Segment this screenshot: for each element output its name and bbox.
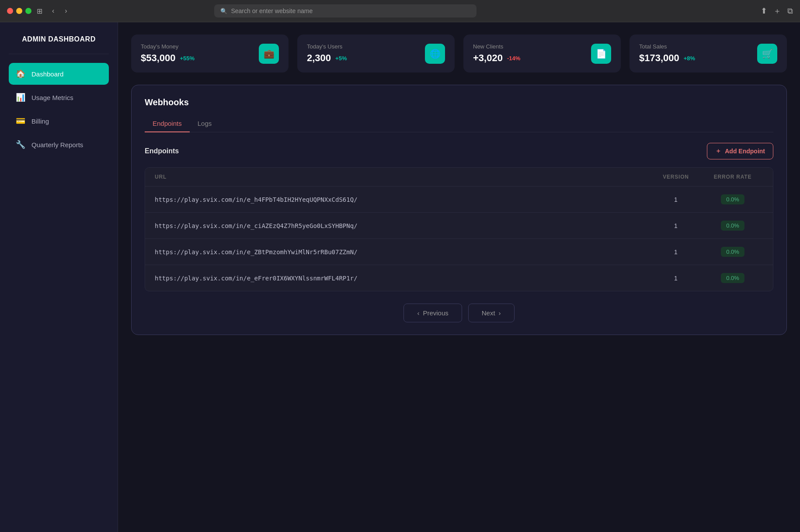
new-tab-icon[interactable]: ＋ xyxy=(773,6,781,16)
add-endpoint-label: Add Endpoint xyxy=(725,148,765,155)
main-content: Today's Money $53,000 +55% 💼 Today's Use… xyxy=(118,22,800,532)
sidebar-title: ADMIN DASHBOARD xyxy=(9,35,109,43)
endpoint-url-3: https://play.svix.com/in/e_eFrer0IX6WXYN… xyxy=(155,275,650,282)
traffic-lights xyxy=(7,8,31,14)
sidebar-item-label-quarterly-reports: Quarterly Reports xyxy=(31,141,83,149)
dashboard-icon: 🏠 xyxy=(16,69,25,79)
stat-card-1: Today's Users 2,300 +5% 🌐 xyxy=(297,35,455,73)
sidebar-toggle-icon[interactable]: ⊞ xyxy=(37,7,42,15)
webhooks-title: Webhooks xyxy=(145,97,773,107)
usage-metrics-icon: 📊 xyxy=(16,93,25,102)
stat-label-1: Today's Users xyxy=(307,43,347,50)
stat-value-0: $53,000 xyxy=(141,52,176,64)
col-url: URL xyxy=(155,174,650,180)
stat-value-row-2: +3,020 -14% xyxy=(473,52,520,64)
windows-icon[interactable]: ⧉ xyxy=(787,7,793,16)
sidebar: ADMIN DASHBOARD 🏠 Dashboard 📊 Usage Metr… xyxy=(0,22,118,532)
address-bar[interactable]: 🔍 Search or enter website name xyxy=(214,4,477,17)
stat-info-3: Total Sales $173,000 +8% xyxy=(639,43,695,64)
col-error-rate: ERROR RATE xyxy=(702,174,763,180)
table-body: https://play.svix.com/in/e_h4FPbT4bIH2HY… xyxy=(145,187,773,291)
webhooks-panel: Webhooks EndpointsLogs Endpoints ＋ Add E… xyxy=(131,85,787,335)
next-label: Next xyxy=(482,309,495,317)
share-icon[interactable]: ⬆ xyxy=(761,6,767,16)
quarterly-reports-icon: 🔧 xyxy=(16,140,25,149)
table-header: URL VERSION ERROR RATE xyxy=(145,168,773,187)
stat-change-2: -14% xyxy=(507,55,520,62)
stat-change-1: +5% xyxy=(335,55,347,62)
sidebar-item-billing[interactable]: 💳 Billing xyxy=(9,110,109,132)
sidebar-item-label-billing: Billing xyxy=(31,117,49,125)
stat-card-0: Today's Money $53,000 +55% 💼 xyxy=(131,35,289,73)
plus-icon: ＋ xyxy=(715,147,721,155)
stat-label-0: Today's Money xyxy=(141,43,195,50)
sidebar-item-dashboard[interactable]: 🏠 Dashboard xyxy=(9,63,109,85)
col-version: VERSION xyxy=(650,174,702,180)
browser-actions: ⬆ ＋ ⧉ xyxy=(761,6,793,16)
table-row[interactable]: https://play.svix.com/in/e_ciAZEzQ4Z7hR5… xyxy=(145,213,773,239)
table-row[interactable]: https://play.svix.com/in/e_h4FPbT4bIH2HY… xyxy=(145,187,773,213)
endpoints-table: URL VERSION ERROR RATE https://play.svix… xyxy=(145,167,773,291)
endpoint-url-2: https://play.svix.com/in/e_ZBtPmzomhYwiM… xyxy=(155,249,650,256)
stat-change-0: +55% xyxy=(180,55,195,62)
tab-logs[interactable]: Logs xyxy=(190,115,220,132)
back-button[interactable]: ‹ xyxy=(49,6,57,16)
error-rate-badge-2: 0.0% xyxy=(721,247,744,257)
endpoint-version-3: 1 xyxy=(650,275,702,282)
stat-value-row-3: $173,000 +8% xyxy=(639,52,695,64)
table-row[interactable]: https://play.svix.com/in/e_ZBtPmzomhYwiM… xyxy=(145,239,773,265)
sidebar-item-quarterly-reports[interactable]: 🔧 Quarterly Reports xyxy=(9,134,109,155)
maximize-button[interactable] xyxy=(25,8,31,14)
close-button[interactable] xyxy=(7,8,13,14)
billing-icon: 💳 xyxy=(16,116,25,126)
stat-value-row-0: $53,000 +55% xyxy=(141,52,195,64)
search-icon: 🔍 xyxy=(220,8,227,14)
stat-info-1: Today's Users 2,300 +5% xyxy=(307,43,347,64)
pagination-row: ‹ Previous Next › xyxy=(145,304,773,322)
search-placeholder: Search or enter website name xyxy=(231,7,313,14)
sidebar-item-usage-metrics[interactable]: 📊 Usage Metrics xyxy=(9,86,109,108)
error-rate-badge-1: 0.0% xyxy=(721,221,744,231)
sidebar-divider xyxy=(9,54,109,54)
browser-chrome: ⊞ ‹ › 🔍 Search or enter website name ⬆ ＋… xyxy=(0,0,800,22)
sidebar-nav: 🏠 Dashboard 📊 Usage Metrics 💳 Billing 🔧 … xyxy=(9,63,109,155)
stat-icon-1: 🌐 xyxy=(425,44,445,64)
previous-button[interactable]: ‹ Previous xyxy=(403,304,462,322)
stat-info-0: Today's Money $53,000 +55% xyxy=(141,43,195,64)
chevron-left-icon: ‹ xyxy=(417,309,419,317)
endpoint-version-1: 1 xyxy=(650,222,702,229)
stat-value-2: +3,020 xyxy=(473,52,503,64)
stat-change-3: +8% xyxy=(684,55,695,62)
error-rate-cell-1: 0.0% xyxy=(702,221,763,231)
forward-button[interactable]: › xyxy=(62,6,70,16)
endpoint-url-1: https://play.svix.com/in/e_ciAZEzQ4Z7hR5… xyxy=(155,222,650,229)
table-row[interactable]: https://play.svix.com/in/e_eFrer0IX6WXYN… xyxy=(145,265,773,291)
previous-label: Previous xyxy=(423,309,448,317)
error-rate-badge-0: 0.0% xyxy=(721,194,744,204)
stat-icon-0: 💼 xyxy=(259,44,279,64)
next-button[interactable]: Next › xyxy=(468,304,515,322)
sidebar-item-label-usage-metrics: Usage Metrics xyxy=(31,94,73,101)
add-endpoint-button[interactable]: ＋ Add Endpoint xyxy=(707,143,773,159)
endpoint-url-0: https://play.svix.com/in/e_h4FPbT4bIH2HY… xyxy=(155,196,650,203)
stat-value-row-1: 2,300 +5% xyxy=(307,52,347,64)
stat-value-1: 2,300 xyxy=(307,52,331,64)
stat-icon-2: 📄 xyxy=(591,44,611,64)
endpoints-header: Endpoints ＋ Add Endpoint xyxy=(145,143,773,159)
error-rate-cell-0: 0.0% xyxy=(702,194,763,204)
stat-card-2: New Clients +3,020 -14% 📄 xyxy=(463,35,621,73)
stat-value-3: $173,000 xyxy=(639,52,679,64)
minimize-button[interactable] xyxy=(16,8,22,14)
endpoint-version-0: 1 xyxy=(650,196,702,203)
error-rate-cell-2: 0.0% xyxy=(702,247,763,257)
stat-card-3: Total Sales $173,000 +8% 🛒 xyxy=(630,35,787,73)
error-rate-cell-3: 0.0% xyxy=(702,273,763,283)
tabs-row: EndpointsLogs xyxy=(145,115,773,132)
endpoint-version-2: 1 xyxy=(650,249,702,256)
stat-icon-3: 🛒 xyxy=(757,44,777,64)
error-rate-badge-3: 0.0% xyxy=(721,273,744,283)
stats-row: Today's Money $53,000 +55% 💼 Today's Use… xyxy=(131,35,787,73)
chevron-right-icon: › xyxy=(499,309,501,317)
tab-endpoints[interactable]: Endpoints xyxy=(145,115,190,132)
stat-label-3: Total Sales xyxy=(639,43,695,50)
